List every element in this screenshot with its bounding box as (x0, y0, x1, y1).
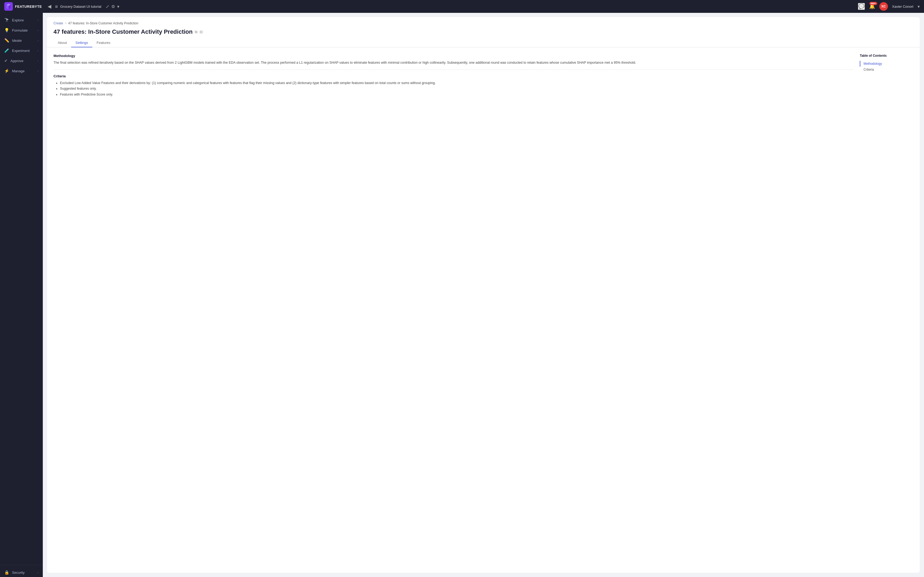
brand-logo[interactable]: FEATUREBYTE (4, 2, 44, 11)
breadcrumb: Create > 47 features: In-Store Customer … (47, 17, 920, 27)
formulate-chevron-icon: › (37, 29, 39, 32)
workspace-settings-button[interactable]: ⚙ (111, 4, 115, 9)
sidebar-label-formulate: Formulate (12, 28, 28, 32)
workspace-selector[interactable]: 🖥 Grocery Dataset UI tutorial (55, 5, 101, 8)
content-main: Methodology The final selection was refi… (53, 54, 853, 97)
page-container: Create > 47 features: In-Store Customer … (47, 17, 920, 573)
sidebar-item-manage[interactable]: ⚡ Manage › (0, 66, 43, 76)
top-navigation: FEATUREBYTE ◀ 🖥 Grocery Dataset UI tutor… (0, 0, 924, 13)
criteria-section: Criteria Excluded Low Added Value Featur… (53, 74, 853, 97)
breadcrumb-separator: > (65, 21, 67, 25)
featurebyte-logo-icon (4, 2, 13, 11)
sidebar-item-formulate[interactable]: 💡 Formulate › (0, 25, 43, 35)
page-header: 47 features: In-Store Customer Activity … (47, 27, 920, 35)
sidebar-label-ideate: Ideate (12, 39, 22, 43)
sidebar-label-security: Security (12, 571, 25, 575)
sidebar-item-ideate[interactable]: ✏️ Ideate › (0, 35, 43, 45)
share-button[interactable]: ⤢ (106, 4, 109, 9)
user-name: Xavier Conort (892, 5, 913, 8)
methodology-body: The final selection was refined iterativ… (53, 60, 853, 65)
toc-title: Table of Contents (860, 54, 913, 58)
table-of-contents: Table of Contents Methodology Criteria (860, 54, 913, 97)
security-icon: 🔒 (4, 570, 10, 575)
workspace-chevron-button[interactable]: ▾ (117, 4, 119, 9)
toc-item-criteria[interactable]: Criteria (860, 67, 913, 73)
tab-features[interactable]: Features (92, 39, 114, 47)
user-menu-button[interactable]: ▾ (918, 4, 920, 9)
workspace-actions: ⤢ ⚙ ▾ (106, 4, 119, 9)
nav-right-section: 💬 🔔 999+ XC Xavier Conort ▾ (858, 2, 920, 11)
notification-badge: 999+ (869, 2, 877, 5)
section-divider (53, 69, 853, 70)
main-content: Create > 47 features: In-Store Customer … (43, 13, 924, 577)
copy-icon[interactable]: ⧉ (195, 30, 198, 34)
code-icon[interactable]: ⊟ (199, 30, 203, 34)
sidebar-item-security[interactable]: 🔒 Security › (0, 567, 43, 577)
monitor-icon: 🖥 (55, 5, 58, 8)
tab-about[interactable]: About (53, 39, 71, 47)
sidebar: 🔭 Explore › 💡 Formulate › ✏️ Ideate › 🧪 … (0, 13, 43, 577)
criteria-list: Excluded Low Added Value Features and th… (53, 80, 853, 97)
share-icon: ⤢ (106, 4, 109, 9)
sidebar-label-manage: Manage (12, 69, 25, 73)
brand-name: FEATUREBYTE (15, 5, 42, 8)
experiment-icon: 🧪 (4, 48, 10, 53)
ideate-icon: ✏️ (4, 38, 10, 43)
list-item: Excluded Low Added Value Features and th… (60, 80, 853, 86)
criteria-heading: Criteria (53, 74, 853, 78)
workspace-name: Grocery Dataset UI tutorial (60, 5, 101, 8)
sidebar-label-explore: Explore (12, 18, 24, 22)
page-title: 47 features: In-Store Customer Activity … (53, 28, 193, 35)
ideate-chevron-icon: › (37, 39, 39, 42)
sidebar-collapse-button[interactable]: ◀ (48, 3, 51, 10)
app-layout: 🔭 Explore › 💡 Formulate › ✏️ Ideate › 🧪 … (0, 13, 924, 577)
sidebar-item-explore[interactable]: 🔭 Explore › (0, 15, 43, 25)
list-item: Suggested features only. (60, 86, 853, 92)
tab-bar: About Settings Features (47, 39, 920, 47)
user-chevron-icon: ▾ (918, 4, 920, 9)
tab-content-area: Methodology The final selection was refi… (47, 47, 920, 104)
settings-icon: ⚙ (111, 4, 115, 9)
notification-button[interactable]: 🔔 999+ (869, 3, 875, 10)
chat-button[interactable]: 💬 (858, 3, 865, 10)
breadcrumb-link[interactable]: Create (53, 21, 63, 25)
toc-item-methodology[interactable]: Methodology (860, 61, 913, 67)
approve-chevron-icon: › (37, 59, 39, 62)
security-chevron-icon: › (37, 571, 39, 574)
list-item: Features with Predictive Score only. (60, 92, 853, 97)
breadcrumb-current: 47 features: In-Store Customer Activity … (68, 21, 138, 25)
sidebar-item-approve[interactable]: ✔ Approve › (0, 56, 43, 66)
user-avatar: XC (879, 2, 888, 11)
explore-icon: 🔭 (4, 18, 10, 23)
sidebar-bottom: 🔒 Security › 👤 Admin › (0, 565, 43, 577)
experiment-chevron-icon: › (37, 49, 39, 52)
sidebar-label-experiment: Experiment (12, 49, 30, 53)
explore-chevron-icon: › (37, 18, 39, 22)
sidebar-item-experiment[interactable]: 🧪 Experiment › (0, 45, 43, 56)
tab-settings[interactable]: Settings (71, 39, 92, 47)
approve-icon: ✔ (4, 58, 8, 63)
formulate-icon: 💡 (4, 28, 10, 33)
manage-chevron-icon: › (37, 69, 39, 73)
chevron-down-icon: ▾ (117, 4, 119, 9)
sidebar-label-approve: Approve (10, 59, 23, 63)
manage-icon: ⚡ (4, 69, 10, 73)
methodology-heading: Methodology (53, 54, 853, 58)
